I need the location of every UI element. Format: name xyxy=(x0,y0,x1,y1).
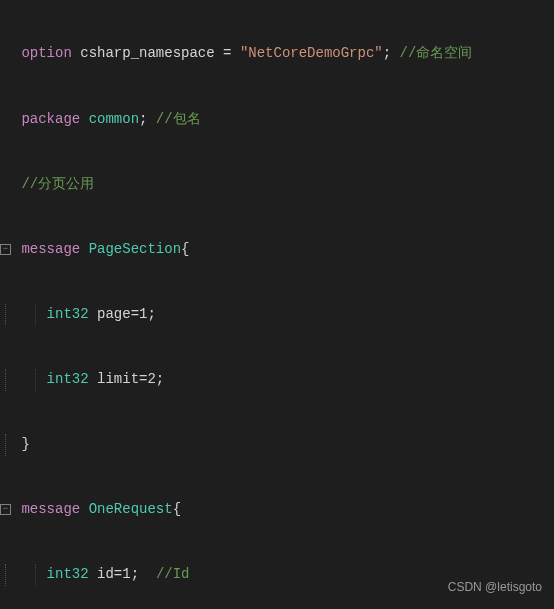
type-int32: int32 xyxy=(47,306,89,322)
code-line: option csharp_namespace = "NetCoreDemoGr… xyxy=(13,43,554,65)
semicolon: ; xyxy=(139,111,147,127)
keyword-package: package xyxy=(21,111,80,127)
string-literal: "NetCoreDemoGrpc" xyxy=(240,45,383,61)
comment: //Id xyxy=(156,566,190,582)
keyword-message: message xyxy=(21,241,80,257)
watermark: CSDN @letisgoto xyxy=(448,577,542,599)
number: 2 xyxy=(147,371,155,387)
code-line: //分页公用 xyxy=(13,174,554,196)
comment: //分页公用 xyxy=(21,176,94,192)
code-line: } xyxy=(13,434,554,456)
type-name: OneRequest xyxy=(89,501,173,517)
equals: = xyxy=(114,566,122,582)
field-name: id xyxy=(97,566,114,582)
type-int32: int32 xyxy=(47,371,89,387)
code-line: int32 page=1; xyxy=(13,304,554,326)
brace: { xyxy=(173,501,181,517)
type-int32: int32 xyxy=(47,566,89,582)
fold-icon[interactable]: − xyxy=(0,504,11,515)
comment: //命名空间 xyxy=(400,45,473,61)
code-line: package common; //包名 xyxy=(13,109,554,131)
semicolon: ; xyxy=(156,371,164,387)
code-editor[interactable]: option csharp_namespace = "NetCoreDemoGr… xyxy=(0,0,554,609)
identifier: csharp_namespace xyxy=(80,45,214,61)
brace: } xyxy=(21,436,29,452)
type-name: PageSection xyxy=(89,241,181,257)
number: 1 xyxy=(122,566,130,582)
comment: //包名 xyxy=(156,111,201,127)
semicolon: ; xyxy=(147,306,155,322)
brace: { xyxy=(181,241,189,257)
semicolon: ; xyxy=(131,566,139,582)
identifier: common xyxy=(89,111,139,127)
equals: = xyxy=(223,45,231,61)
field-name: limit xyxy=(97,371,139,387)
code-line: − message PageSection{ xyxy=(13,239,554,261)
indent xyxy=(13,306,47,322)
field-name: page xyxy=(97,306,131,322)
fold-icon[interactable]: − xyxy=(0,244,11,255)
code-line: − message OneRequest{ xyxy=(13,499,554,521)
keyword-message: message xyxy=(21,501,80,517)
indent xyxy=(13,371,47,387)
code-line: int32 limit=2; xyxy=(13,369,554,391)
equals: = xyxy=(131,306,139,322)
semicolon: ; xyxy=(383,45,391,61)
keyword-option: option xyxy=(21,45,71,61)
indent xyxy=(13,566,47,582)
